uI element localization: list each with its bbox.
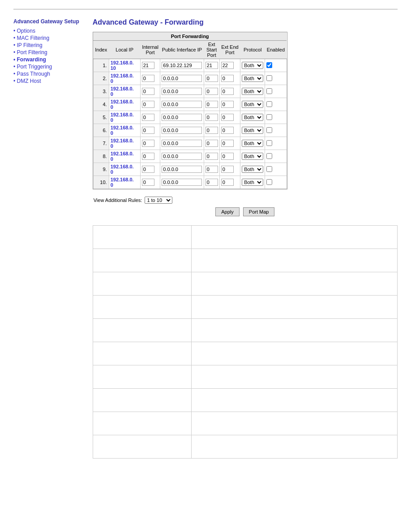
public-ip-input[interactable] [162, 62, 202, 69]
internal-port-input[interactable] [142, 88, 154, 95]
port-forwarding-table: Port Forwarding Index Local IP InternalP… [93, 32, 287, 189]
local-ip-link[interactable]: 192.168.0.0 [111, 86, 134, 97]
local-ip-link[interactable]: 192.168.0.0 [111, 99, 134, 110]
local-ip-link[interactable]: 192.168.0.0 [111, 151, 134, 162]
sidebar-nav-link[interactable]: • MAC Filtering [13, 34, 79, 42]
ext-end-port-input[interactable] [221, 127, 234, 134]
sidebar-nav-link[interactable]: • Port Triggering [13, 63, 79, 70]
row-internal-port [140, 111, 160, 124]
public-ip-input[interactable] [162, 127, 202, 134]
ext-end-port-input[interactable] [221, 114, 234, 121]
ext-end-port-input[interactable] [221, 140, 234, 147]
ext-start-port-input[interactable] [206, 101, 218, 108]
local-ip-link[interactable]: 192.168.0.0 [111, 73, 134, 84]
local-ip-link[interactable]: 192.168.0.0 [111, 177, 134, 188]
enabled-checkbox[interactable] [266, 75, 272, 81]
row-ext-start-port [204, 176, 219, 189]
internal-port-input[interactable] [142, 179, 154, 186]
public-ip-input[interactable] [162, 179, 202, 186]
public-ip-input[interactable] [162, 88, 202, 95]
public-ip-input[interactable] [162, 166, 202, 173]
ext-end-port-input[interactable] [221, 101, 234, 108]
internal-port-input[interactable] [142, 140, 154, 147]
internal-port-input[interactable] [142, 166, 154, 173]
enabled-checkbox[interactable] [266, 127, 272, 133]
row-public-ip [160, 150, 204, 163]
bottom-cell-right [191, 389, 397, 412]
col-ext-end-port: Ext EndPort [219, 41, 240, 59]
internal-port-input[interactable] [142, 62, 154, 69]
ext-start-port-input[interactable] [206, 140, 218, 147]
public-ip-input[interactable] [162, 140, 202, 147]
protocol-select[interactable]: BothTCPUDP [242, 127, 263, 134]
public-ip-input[interactable] [162, 75, 202, 82]
local-ip-link[interactable]: 192.168.0.0 [111, 138, 134, 149]
local-ip-link[interactable]: 192.168.0.0 [111, 164, 134, 175]
internal-port-input[interactable] [142, 114, 154, 121]
internal-port-input[interactable] [142, 153, 154, 160]
ext-end-port-input[interactable] [221, 179, 234, 186]
enabled-checkbox[interactable] [266, 114, 272, 120]
local-ip-link[interactable]: 192.168.0.0 [111, 125, 134, 136]
enabled-checkbox[interactable] [266, 153, 272, 159]
sidebar-nav-link[interactable]: • IP Filtering [13, 42, 79, 49]
protocol-select[interactable]: BothTCPUDP [242, 140, 263, 147]
enabled-checkbox[interactable] [266, 179, 272, 185]
top-border [13, 9, 398, 9]
protocol-select[interactable]: BothTCPUDP [242, 101, 263, 108]
ext-start-port-input[interactable] [206, 75, 218, 82]
ext-start-port-input[interactable] [206, 127, 218, 134]
protocol-select[interactable]: BothTCPUDP [242, 179, 263, 186]
enabled-checkbox[interactable] [266, 62, 272, 68]
public-ip-input[interactable] [162, 153, 202, 160]
bottom-cell-right [191, 249, 397, 272]
bottom-table-row [93, 272, 397, 296]
ext-start-port-input[interactable] [206, 114, 218, 121]
ext-end-port-input[interactable] [221, 88, 234, 95]
sidebar-nav-link[interactable]: • Forwarding [13, 56, 79, 63]
ext-start-port-input[interactable] [206, 179, 218, 186]
internal-port-input[interactable] [142, 101, 154, 108]
protocol-select[interactable]: BothTCPUDP [242, 166, 263, 173]
internal-port-input[interactable] [142, 75, 154, 82]
enabled-checkbox[interactable] [266, 140, 272, 146]
row-local-ip: 192.168.0.0 [109, 124, 140, 137]
sidebar-nav-link[interactable]: • Options [13, 27, 79, 34]
ext-end-port-input[interactable] [221, 153, 234, 160]
row-ext-start-port [204, 59, 219, 72]
ext-start-port-input[interactable] [206, 88, 218, 95]
enabled-checkbox[interactable] [266, 88, 272, 94]
local-ip-link[interactable]: 192.168.0.0 [111, 112, 134, 123]
protocol-select[interactable]: BothTCPUDP [242, 88, 263, 95]
ext-end-port-input[interactable] [221, 75, 234, 82]
protocol-select[interactable]: BothTCPUDP [242, 62, 263, 69]
row-public-ip [160, 111, 204, 124]
sidebar-nav-link[interactable]: • Port Filtering [13, 49, 79, 56]
row-index: 2. [93, 72, 109, 85]
ext-start-port-input[interactable] [206, 153, 218, 160]
public-ip-input[interactable] [162, 101, 202, 108]
row-protocol: BothTCPUDP [240, 72, 265, 85]
bottom-cell-left [93, 389, 191, 412]
bottom-cell-left [93, 412, 191, 435]
enabled-checkbox[interactable] [266, 166, 272, 172]
port-map-button[interactable]: Port Map [243, 207, 275, 216]
ext-end-port-input[interactable] [221, 166, 234, 173]
ext-end-port-input[interactable] [221, 62, 234, 69]
row-internal-port [140, 72, 160, 85]
protocol-select[interactable]: BothTCPUDP [242, 114, 263, 121]
public-ip-input[interactable] [162, 114, 202, 121]
view-rules-select[interactable]: 1 to 1011 to 2021 to 30 [145, 197, 172, 204]
protocol-select[interactable]: BothTCPUDP [242, 75, 263, 82]
internal-port-input[interactable] [142, 127, 154, 134]
bottom-cell-right [191, 226, 397, 249]
local-ip-link[interactable]: 192.168.0.10 [111, 60, 134, 71]
ext-start-port-input[interactable] [206, 62, 218, 69]
protocol-select[interactable]: BothTCPUDP [242, 153, 263, 160]
ext-start-port-input[interactable] [206, 166, 218, 173]
row-index: 6. [93, 124, 109, 137]
sidebar-nav-link[interactable]: • Pass Through [13, 70, 79, 77]
apply-button[interactable]: Apply [215, 207, 240, 216]
enabled-checkbox[interactable] [266, 101, 272, 107]
sidebar-nav-link[interactable]: • DMZ Host [13, 77, 79, 85]
